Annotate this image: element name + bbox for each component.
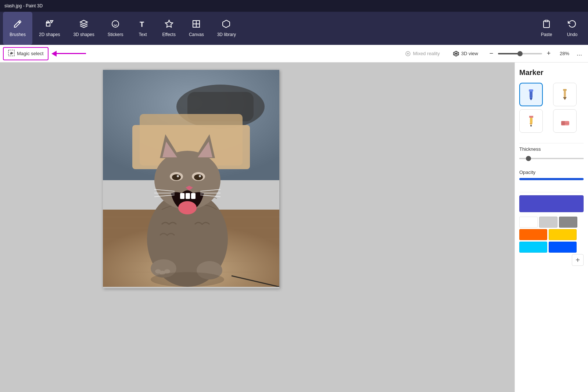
svg-point-47 <box>178 201 197 214</box>
divider-1 <box>519 143 584 143</box>
color-row-cool <box>519 242 584 253</box>
thickness-slider[interactable] <box>519 155 584 162</box>
svg-point-59 <box>151 272 224 287</box>
selected-color-swatch[interactable] <box>519 195 584 212</box>
canvas-label: Canvas <box>189 32 204 37</box>
magic-select-button[interactable]: Magic select <box>3 47 49 60</box>
toolbar-item-paste[interactable]: Paste <box>534 12 559 45</box>
brushes-icon <box>13 19 22 31</box>
effects-icon <box>165 19 173 31</box>
color-swatch-lightgray[interactable] <box>539 217 557 228</box>
3d-view-icon <box>453 51 459 57</box>
svg-rect-42 <box>180 193 184 199</box>
canvas-area[interactable] <box>0 63 514 392</box>
3d-library-label: 3D library <box>217 32 236 37</box>
zoom-controls: − + 28% <box>487 49 569 58</box>
eraser-icon <box>558 114 571 128</box>
svg-point-72 <box>530 125 532 126</box>
toolbar-item-effects[interactable]: Effects <box>155 12 182 45</box>
toolbar-item-canvas[interactable]: Canvas <box>182 12 211 45</box>
toolbar-item-stickers[interactable]: Stickers <box>101 12 130 45</box>
action-bar: Magic select Mixed reality 3D view − <box>0 45 588 63</box>
arrow-head <box>51 51 57 57</box>
zoom-thumb <box>517 51 523 56</box>
svg-rect-44 <box>191 193 196 199</box>
svg-rect-11 <box>545 20 548 22</box>
thickness-thumb <box>526 156 531 161</box>
arrow-line <box>57 53 86 54</box>
text-icon: T <box>138 19 147 31</box>
mixed-reality-button: Mixed reality <box>401 49 444 58</box>
brush-tool-pencil[interactable] <box>519 109 543 133</box>
zoom-slider[interactable] <box>498 53 542 54</box>
thickness-label: Thickness <box>519 146 584 152</box>
panel-title: Marker <box>519 68 584 77</box>
cat-image <box>103 70 279 287</box>
color-swatch-yellow[interactable] <box>549 229 577 240</box>
add-color-icon: + <box>576 256 580 264</box>
mixed-reality-icon <box>405 51 411 57</box>
svg-point-40 <box>199 175 201 177</box>
toolbar-item-3d-library[interactable]: 3D library <box>211 12 243 45</box>
brush-tools <box>519 83 584 133</box>
magic-select-label: Magic select <box>17 51 43 56</box>
toolbar-item-brushes[interactable]: Brushes <box>3 12 32 45</box>
mixed-reality-label: Mixed reality <box>413 51 440 56</box>
color-section <box>519 195 584 253</box>
3d-view-button[interactable]: 3D view <box>449 49 483 58</box>
brush-tool-eraser[interactable] <box>553 109 577 133</box>
svg-point-37 <box>172 174 181 180</box>
color-row-grays <box>519 217 584 228</box>
color-swatch-white[interactable] <box>519 217 538 228</box>
3d-shapes-icon <box>79 19 88 31</box>
color-row-warm <box>519 229 584 240</box>
brush-tool-calligraphy[interactable] <box>553 83 577 106</box>
zoom-out-button[interactable]: − <box>487 49 496 58</box>
add-color-button[interactable]: + <box>572 254 584 266</box>
more-options-button[interactable]: ... <box>574 48 585 59</box>
toolbar: Brushes 2D shapes 3D shapes <box>0 12 588 45</box>
paste-label: Paste <box>541 32 552 37</box>
toolbar-right: Paste Undo <box>534 12 585 45</box>
color-swatch-gray[interactable] <box>559 217 577 228</box>
main-area: Marker <box>0 63 588 392</box>
toolbar-item-text[interactable]: T Text <box>130 12 155 45</box>
3d-library-icon <box>222 19 231 31</box>
title-text: slash.jpg - Paint 3D <box>4 3 43 8</box>
svg-point-58 <box>164 269 170 274</box>
effects-label: Effects <box>162 32 175 37</box>
stickers-label: Stickers <box>108 32 123 37</box>
opacity-label: Opacity <box>519 170 584 175</box>
action-bar-right: Mixed reality 3D view − + 28% ... <box>401 48 585 59</box>
zoom-label: 28% <box>555 51 569 56</box>
toolbar-item-undo[interactable]: Undo <box>559 12 585 45</box>
svg-point-3 <box>112 21 119 27</box>
3d-view-label: 3D view <box>461 51 478 56</box>
color-swatch-cyan[interactable] <box>519 242 547 253</box>
undo-icon <box>568 19 577 31</box>
svg-rect-66 <box>563 89 567 91</box>
more-icon: ... <box>577 50 582 57</box>
svg-rect-43 <box>186 193 190 199</box>
opacity-slider[interactable] <box>519 178 584 180</box>
color-swatch-orange[interactable] <box>519 229 547 240</box>
marker-icon <box>524 88 538 101</box>
canvas-icon <box>192 19 201 31</box>
toolbar-item-3d-shapes[interactable]: 3D shapes <box>67 12 101 45</box>
brush-tool-marker[interactable] <box>519 83 543 106</box>
svg-text:T: T <box>140 20 144 28</box>
paste-icon <box>542 19 551 31</box>
right-panel: Marker <box>514 63 588 392</box>
zoom-track <box>498 53 520 54</box>
color-swatch-blue[interactable] <box>549 242 577 253</box>
calligraphy-icon <box>558 88 571 101</box>
stickers-icon <box>111 19 120 31</box>
svg-marker-65 <box>563 97 567 100</box>
image-container <box>103 70 279 288</box>
zoom-in-button[interactable]: + <box>544 49 553 58</box>
svg-point-39 <box>177 175 179 177</box>
toolbar-item-2d-shapes[interactable]: 2D shapes <box>32 12 67 45</box>
svg-marker-62 <box>530 98 533 100</box>
divider-2 <box>519 192 584 192</box>
arrow-indicator <box>51 51 86 57</box>
